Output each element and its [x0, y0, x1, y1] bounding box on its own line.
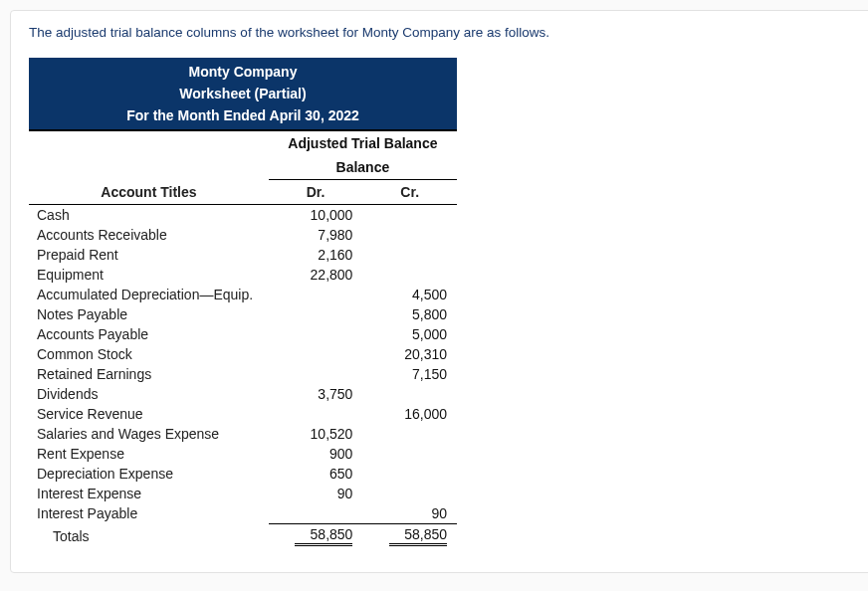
row-dr: 3,750 [269, 384, 363, 404]
row-cr: 20,310 [362, 344, 457, 364]
row-dr: 7,980 [269, 225, 363, 245]
table-row: Depreciation Expense650 [29, 464, 457, 484]
table-row: Interest Payable90 [29, 503, 457, 524]
table-row: Salaries and Wages Expense10,520 [29, 424, 457, 444]
row-label: Interest Expense [29, 484, 269, 503]
table-row: Accounts Receivable7,980 [29, 225, 457, 245]
col-cr: Cr. [362, 180, 457, 205]
row-dr: 900 [269, 444, 363, 464]
row-dr: 2,160 [269, 245, 363, 265]
table-row: Retained Earnings7,150 [29, 364, 457, 384]
row-label: Cash [29, 205, 269, 226]
header-period: For the Month Ended April 30, 2022 [29, 104, 457, 130]
row-cr [362, 464, 457, 484]
totals-label: Totals [29, 524, 269, 549]
row-cr [362, 484, 457, 503]
row-dr: 90 [269, 484, 363, 503]
row-label: Retained Earnings [29, 364, 269, 384]
row-label: Salaries and Wages Expense [29, 424, 269, 444]
row-cr [362, 225, 457, 245]
row-label: Accumulated Depreciation—Equip. [29, 285, 269, 304]
row-dr: 10,520 [269, 424, 363, 444]
table-row: Equipment22,800 [29, 265, 457, 285]
col-account-titles: Account Titles [29, 180, 269, 205]
row-dr [269, 364, 363, 384]
worksheet-table: Monty Company Worksheet (Partial) For th… [29, 58, 457, 548]
section-balance: Balance [269, 155, 457, 180]
table-row: Prepaid Rent2,160 [29, 245, 457, 265]
table-row: Interest Expense90 [29, 484, 457, 503]
row-cr [362, 384, 457, 404]
table-row: Cash10,000 [29, 205, 457, 226]
row-label: Prepaid Rent [29, 245, 269, 265]
row-cr: 5,000 [362, 324, 457, 344]
table-row: Accounts Payable5,000 [29, 324, 457, 344]
table-row: Rent Expense900 [29, 444, 457, 464]
row-label: Interest Payable [29, 503, 269, 524]
row-cr: 5,800 [362, 304, 457, 324]
row-cr [362, 205, 457, 226]
row-label: Depreciation Expense [29, 464, 269, 484]
col-dr: Dr. [269, 180, 363, 205]
row-dr: 10,000 [269, 205, 363, 226]
intro-text: The adjusted trial balance columns of th… [29, 25, 857, 40]
row-label: Dividends [29, 384, 269, 404]
row-dr [269, 285, 363, 304]
totals-dr: 58,850 [269, 524, 363, 549]
row-dr: 650 [269, 464, 363, 484]
row-cr: 16,000 [362, 404, 457, 424]
row-cr [362, 424, 457, 444]
row-label: Common Stock [29, 344, 269, 364]
row-dr: 22,800 [269, 265, 363, 285]
row-label: Rent Expense [29, 444, 269, 464]
table-row: Dividends3,750 [29, 384, 457, 404]
row-dr [269, 503, 363, 524]
row-dr [269, 344, 363, 364]
totals-cr: 58,850 [362, 524, 457, 549]
table-row: Service Revenue16,000 [29, 404, 457, 424]
header-company: Monty Company [29, 58, 457, 83]
row-label: Notes Payable [29, 304, 269, 324]
table-row: Accumulated Depreciation—Equip.4,500 [29, 285, 457, 304]
row-label: Accounts Receivable [29, 225, 269, 245]
section-adjusted-trial: Adjusted Trial Balance [269, 130, 457, 155]
row-dr [269, 304, 363, 324]
row-dr [269, 404, 363, 424]
row-label: Service Revenue [29, 404, 269, 424]
table-row: Notes Payable5,800 [29, 304, 457, 324]
row-cr: 7,150 [362, 364, 457, 384]
row-dr [269, 324, 363, 344]
row-label: Equipment [29, 265, 269, 285]
row-cr [362, 265, 457, 285]
table-row: Common Stock20,310 [29, 344, 457, 364]
row-label: Accounts Payable [29, 324, 269, 344]
header-title: Worksheet (Partial) [29, 83, 457, 104]
row-cr [362, 444, 457, 464]
worksheet-card: The adjusted trial balance columns of th… [10, 10, 868, 573]
row-cr [362, 245, 457, 265]
row-cr: 4,500 [362, 285, 457, 304]
row-cr: 90 [362, 503, 457, 524]
